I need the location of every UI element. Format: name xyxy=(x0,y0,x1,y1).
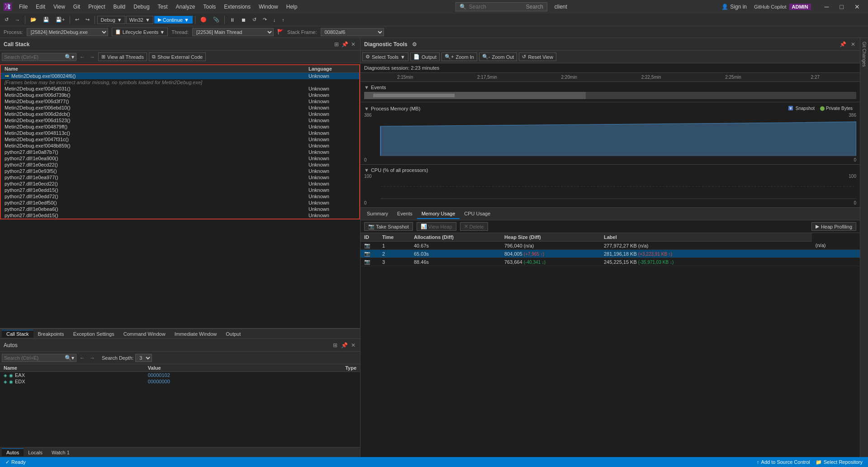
thread-flag-btn[interactable]: 🚩 xyxy=(277,29,284,35)
call-stack-pin-btn[interactable]: 📌 xyxy=(341,40,349,48)
call-stack-search-input[interactable] xyxy=(4,54,63,60)
call-stack-row[interactable]: Metin2Debug.exe!006ebd10()Unknown xyxy=(1,105,359,111)
tab-output[interactable]: Output xyxy=(221,330,245,338)
mem-cell-camera[interactable]: 📷 xyxy=(360,258,379,266)
menu-help[interactable]: Help xyxy=(283,3,301,11)
minimize-btn[interactable]: ─ xyxy=(820,2,834,11)
diag-settings-icon[interactable]: ⚙ xyxy=(412,41,417,48)
call-stack-row[interactable]: Metin2Debug.exe!0048113c()Unknown xyxy=(1,130,359,136)
title-search-box[interactable]: 🔍 Search xyxy=(455,2,547,11)
menu-view[interactable]: View xyxy=(50,3,69,11)
select-tools-btn[interactable]: ⚙ Select Tools ▼ xyxy=(362,52,408,61)
reset-view-btn[interactable]: ↺ Reset View xyxy=(519,52,556,61)
lifecycle-btn[interactable]: 📋 Lifecycle Events ▼ xyxy=(112,28,168,36)
toolbar-save-btn[interactable]: 💾 xyxy=(40,15,52,24)
mem-cell-camera[interactable]: 📷 xyxy=(360,242,379,250)
sign-in-btn[interactable]: 👤 Sign in xyxy=(721,4,747,10)
call-stack-row[interactable]: Metin2Debug.exe!006d2dcb()Unknown xyxy=(1,111,359,117)
tab-autos[interactable]: Autos xyxy=(2,448,24,456)
toolbar-stop-btn[interactable]: ⏹ xyxy=(238,16,249,24)
select-repository-btn[interactable]: 📁 Select Repository xyxy=(814,459,864,465)
toolbar-undo-btn[interactable]: ↩ xyxy=(72,15,82,24)
call-stack-row[interactable]: [Frames below may be incorrect and/or mi… xyxy=(1,79,359,86)
toolbar-start-debug-btn[interactable]: 🔴 xyxy=(198,15,209,24)
call-stack-row[interactable]: python27.dll!1e0a87b7()Unknown xyxy=(1,149,359,155)
ready-status[interactable]: ✓ Ready xyxy=(4,459,28,465)
call-stack-table-area[interactable]: Name Language ⮕Metin2Debug.exe!008024f6(… xyxy=(0,63,360,328)
continue-btn[interactable]: ▶ Continue ▼ xyxy=(154,16,193,24)
call-stack-row[interactable]: Metin2Debug.exe!0048b859()Unknown xyxy=(1,143,359,149)
mem-row[interactable]: 📷388.46s763,664 (-40,341 ↓)245,225,15 KB… xyxy=(360,258,860,266)
diag-pin-btn[interactable]: 📌 xyxy=(839,40,847,48)
autos-close-btn[interactable]: ✕ xyxy=(350,341,356,349)
view-heap-btn[interactable]: 📊 View Heap xyxy=(417,222,456,231)
call-stack-search-box[interactable]: 🔍▾ xyxy=(2,53,76,61)
memory-collapse-icon[interactable]: ▼ xyxy=(364,106,369,111)
autos-row[interactable]: ◈◉EDX00000000 xyxy=(0,378,360,385)
tab-immediate-window[interactable]: Immediate Window xyxy=(170,330,222,338)
call-stack-row[interactable]: python27.dll!1e0ea900()Unknown xyxy=(1,155,359,162)
tab-watch1[interactable]: Watch 1 xyxy=(47,449,74,456)
debug-config-dropdown[interactable]: Debug ▼ xyxy=(97,16,125,24)
autos-float-btn[interactable]: ⊞ xyxy=(332,341,338,349)
tab-call-stack[interactable]: Call Stack xyxy=(2,330,33,338)
call-stack-row[interactable]: python27.dll!1e0ebea6()Unknown xyxy=(1,206,359,212)
call-stack-row[interactable]: Metin2Debug.exe!006d3f77()Unknown xyxy=(1,98,359,105)
tab-command-window[interactable]: Command Window xyxy=(119,330,170,338)
menu-analyze[interactable]: Analyze xyxy=(172,3,199,11)
github-copilot-label[interactable]: GitHub Copilot xyxy=(754,4,787,10)
call-stack-row[interactable]: Metin2Debug.exe!0047f31c()Unknown xyxy=(1,136,359,143)
call-stack-float-btn[interactable]: ⊞ xyxy=(333,40,340,48)
call-stack-row[interactable]: Metin2Debug.exe!006d739b()Unknown xyxy=(1,92,359,98)
menu-build[interactable]: Build xyxy=(110,3,129,11)
toolbar-attach-btn[interactable]: 📎 xyxy=(210,15,222,24)
menu-git[interactable]: Git xyxy=(70,3,84,11)
cpu-collapse-icon[interactable]: ▼ xyxy=(364,167,369,173)
autos-row[interactable]: ◈◉EAX00000102 xyxy=(0,372,360,379)
tab-locals[interactable]: Locals xyxy=(24,449,47,456)
add-to-source-control-btn[interactable]: ↑ Add to Source Control xyxy=(755,459,812,465)
call-stack-row[interactable]: ⮕Metin2Debug.exe!008024f6()Unknown xyxy=(1,73,359,80)
tab-breakpoints[interactable]: Breakpoints xyxy=(33,330,69,338)
maximize-btn[interactable]: □ xyxy=(835,2,848,11)
diag-close-btn[interactable]: ✕ xyxy=(850,40,856,48)
call-stack-row[interactable]: Metin2Debug.exe!004879ff()Unknown xyxy=(1,124,359,130)
menu-tools[interactable]: Tools xyxy=(199,3,219,11)
autos-pin-btn[interactable]: 📌 xyxy=(340,341,349,349)
tab-exception-settings[interactable]: Exception Settings xyxy=(69,330,119,338)
call-stack-prev-btn[interactable]: ← xyxy=(78,53,86,61)
toolbar-fwd-btn[interactable]: → xyxy=(12,16,23,24)
process-select[interactable]: [25824] Metin2Debug.exe xyxy=(27,28,108,36)
menu-extensions[interactable]: Extensions xyxy=(220,3,254,11)
mem-cell-camera[interactable]: 📷 xyxy=(360,250,379,258)
call-stack-row[interactable]: Metin2Debug.exe!0045d031()Unknown xyxy=(1,86,359,92)
view-all-threads-btn[interactable]: ⊞ View all Threads xyxy=(98,52,147,61)
toolbar-open-btn[interactable]: 📂 xyxy=(28,15,39,24)
mem-row[interactable]: 📷140.67s796,040 (n/a)277,972,27 KB (n/a)… xyxy=(360,242,860,250)
call-stack-row[interactable]: python27.dll!1e0edd72()Unknown xyxy=(1,193,359,200)
autos-search-input[interactable] xyxy=(4,355,63,361)
output-btn[interactable]: 📄 Output xyxy=(410,52,440,61)
autos-search-icon[interactable]: 🔍▾ xyxy=(65,355,74,361)
zoom-in-btn[interactable]: 🔍+ Zoom In xyxy=(441,52,477,61)
menu-edit[interactable]: Edit xyxy=(32,3,49,11)
call-stack-row[interactable]: python27.dll!1e0edd15()Unknown xyxy=(1,187,359,193)
menu-window[interactable]: Window xyxy=(255,3,282,11)
toolbar-save-all-btn[interactable]: 💾+ xyxy=(53,15,67,24)
call-stack-row[interactable]: python27.dll!1e0edf50()Unknown xyxy=(1,200,359,206)
autos-next-btn[interactable]: → xyxy=(88,354,96,362)
dtab-memory-usage[interactable]: Memory Usage xyxy=(417,209,460,219)
autos-prev-btn[interactable]: ← xyxy=(78,354,86,362)
toolbar-step-into-btn[interactable]: ↓ xyxy=(270,16,279,24)
call-stack-row[interactable]: python27.dll!1e0ecd22()Unknown xyxy=(1,181,359,187)
autos-table-area[interactable]: Name Value Type ◈◉EAX00000102◈◉EDX000000… xyxy=(0,364,360,447)
call-stack-row[interactable]: python27.dll!1e0ea977()Unknown xyxy=(1,174,359,181)
toolbar-redo-btn[interactable]: ↪ xyxy=(83,15,92,24)
menu-test[interactable]: Test xyxy=(154,3,171,11)
close-btn[interactable]: ✕ xyxy=(850,2,864,11)
git-changes-icon[interactable]: Git Changes xyxy=(861,40,868,69)
platform-dropdown[interactable]: Win32 ▼ xyxy=(126,16,153,24)
show-external-code-btn[interactable]: ⧉ Show External Code xyxy=(149,52,206,61)
take-snapshot-btn[interactable]: 📷 Take Snapshot xyxy=(364,222,413,231)
stack-frame-select[interactable]: 00802af6 xyxy=(321,28,384,36)
